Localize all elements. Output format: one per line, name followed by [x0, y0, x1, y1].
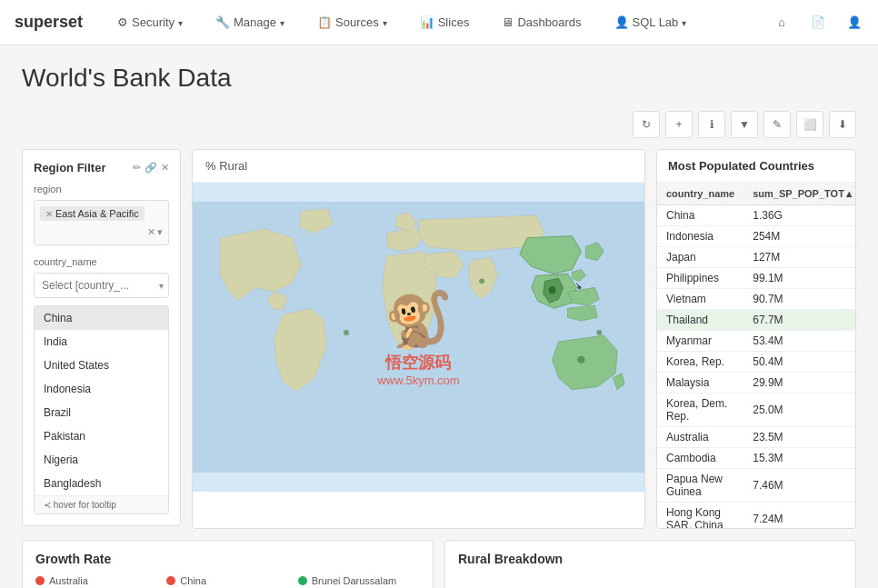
svg-point-2 [403, 344, 408, 349]
page-title: World's Bank Data [22, 64, 856, 93]
info-button[interactable]: ℹ [698, 111, 725, 138]
country-cell: Australia [657, 427, 743, 448]
tag-expand[interactable]: ✕ ▾ [147, 226, 163, 238]
pop-cell: 90.7M [743, 289, 855, 310]
map-content[interactable]: 🐒 悟空源码 www.5kym.com [193, 183, 644, 492]
filter-icons: ✏ 🔗 ✕ [133, 162, 169, 174]
country-cell: Korea, Rep. [657, 352, 743, 373]
filter-pencil-icon[interactable]: ✏ [133, 162, 141, 174]
user-icon[interactable]: 👤 [845, 14, 863, 32]
nav-slices[interactable]: 📊 Slices [413, 10, 477, 35]
table-row[interactable]: Japan 127M [657, 247, 855, 268]
svg-point-5 [596, 330, 602, 335]
world-map-svg [193, 183, 644, 492]
security-icon: ⚙ [117, 15, 128, 29]
table-row[interactable]: Malaysia 29.9M [657, 373, 855, 394]
edit2-button[interactable]: ⬜ [796, 111, 823, 138]
table-row[interactable]: Vietnam 90.7M [657, 289, 855, 310]
sqllab-icon: 👤 [614, 15, 629, 29]
map-panel: % Rural [192, 149, 645, 529]
filter-link-icon[interactable]: 🔗 [145, 162, 157, 174]
sources-icon: 📋 [317, 15, 332, 29]
main-layout: Region Filter ✏ 🔗 ✕ region ✕ East Asia &… [22, 149, 856, 529]
table-row[interactable]: China 1.36G [657, 205, 855, 226]
rural-breakdown-title: Rural Breakdown [458, 552, 843, 566]
sources-dropdown-icon [383, 15, 387, 29]
legend-label: Australia [49, 575, 88, 586]
filter-button[interactable]: ▼ [731, 111, 758, 138]
add-button[interactable]: + [665, 111, 693, 138]
nav-manage[interactable]: 🔧 Manage [208, 10, 292, 35]
country-cell: Korea, Dem. Rep. [657, 394, 743, 427]
nav-dashboards[interactable]: 🖥 Dashboards [494, 10, 588, 35]
github-icon[interactable]: ⌂ [773, 14, 791, 32]
edit-button[interactable]: ✎ [763, 111, 791, 138]
dropdown-item-india[interactable]: India [35, 330, 168, 354]
manage-icon: 🔧 [215, 15, 230, 29]
svg-point-1 [344, 330, 349, 335]
table-row[interactable]: Thailand 67.7M [657, 310, 855, 331]
navbar: superset ⚙ Security 🔧 Manage 📋 Sources 📊… [0, 0, 878, 45]
dropdown-item-brazil[interactable]: Brazil [35, 401, 168, 424]
dropdown-item-indonesia[interactable]: Indonesia [35, 377, 168, 401]
dropdown-item-china[interactable]: China [35, 306, 168, 330]
region-tag-container: ✕ East Asia & Pacific ✕ ▾ [34, 200, 169, 245]
table-scroll[interactable]: country_name sum_SP_POP_TOT▲ China 1.36G… [657, 183, 855, 528]
dropdown-item-bangladesh[interactable]: Bangladesh [35, 472, 168, 495]
manage-dropdown-icon [280, 15, 284, 29]
country-cell: Cambodia [657, 448, 743, 469]
tag-remove-icon[interactable]: ✕ [45, 209, 53, 219]
country-cell: Malaysia [657, 373, 743, 394]
table-row[interactable]: Korea, Rep. 50.4M [657, 352, 855, 373]
filter-title: Region Filter [34, 161, 105, 174]
legend-item: China [166, 575, 288, 586]
table-row[interactable]: Philippines 99.1M [657, 268, 855, 289]
docs-icon[interactable]: 📄 [809, 14, 827, 32]
table-row[interactable]: Papua New Guinea 7.46M [657, 469, 855, 503]
dropdown-item-nigeria[interactable]: Nigeria [35, 448, 168, 472]
pop-cell: 7.24M [743, 503, 855, 529]
filter-panel: Region Filter ✏ 🔗 ✕ region ✕ East Asia &… [22, 149, 181, 529]
country-cell: Vietnam [657, 289, 743, 310]
nav-sources[interactable]: 📋 Sources [310, 10, 394, 35]
table-row[interactable]: Myanmar 53.4M [657, 331, 855, 352]
growth-rate-legend: Australia China Brunei Darussalam Fiji C… [35, 575, 420, 588]
pop-cell: 53.4M [743, 331, 855, 352]
legend-dot [298, 576, 307, 585]
country-search-input[interactable] [34, 273, 169, 298]
app-brand[interactable]: superset [15, 13, 83, 32]
growth-rate-panel: Growth Rate Australia China Brunei Darus… [22, 540, 434, 588]
nav-sqllab[interactable]: 👤 SQL Lab [607, 10, 694, 35]
col-pop-header[interactable]: sum_SP_POP_TOT▲ [743, 183, 855, 205]
dropdown-item-us[interactable]: United States [35, 354, 168, 377]
legend-label: Brunei Darussalam [312, 575, 397, 586]
pop-cell: 15.3M [743, 448, 855, 469]
filter-box: Region Filter ✏ 🔗 ✕ region ✕ East Asia &… [22, 149, 181, 526]
table-row[interactable]: Australia 23.5M [657, 427, 855, 448]
nav-security[interactable]: ⚙ Security [110, 10, 190, 35]
legend-dot [166, 576, 175, 585]
refresh-button[interactable]: ↻ [633, 111, 660, 138]
filter-close-icon[interactable]: ✕ [161, 162, 169, 174]
table-row[interactable]: Korea, Dem. Rep. 25.0M [657, 394, 855, 427]
legend-dot [35, 576, 45, 585]
table-title: Most Populated Countries [657, 150, 855, 183]
filter-header: Region Filter ✏ 🔗 ✕ [34, 161, 169, 174]
region-label: region [34, 184, 169, 194]
legend-item: Australia [35, 575, 157, 586]
region-tag: ✕ East Asia & Pacific [40, 206, 145, 221]
map-header: % Rural [193, 150, 644, 183]
download-button[interactable]: ⬇ [829, 111, 856, 138]
rural-breakdown-panel: Rural Breakdown [444, 540, 856, 588]
table-row[interactable]: Indonesia 254M [657, 226, 855, 247]
pop-cell: 67.7M [743, 310, 855, 331]
pop-cell: 25.0M [743, 394, 855, 427]
dropdown-item-pakistan[interactable]: Pakistan [35, 424, 168, 448]
country-cell: Thailand [657, 310, 743, 331]
country-cell: Philippines [657, 268, 743, 289]
country-select-wrapper: ▾ [34, 273, 169, 298]
page-content: World's Bank Data ↻ + ℹ ▼ ✎ ⬜ ⬇ Region F… [0, 45, 878, 588]
col-country-header[interactable]: country_name [657, 183, 743, 205]
table-row[interactable]: Hong Kong SAR, China 7.24M [657, 503, 855, 529]
table-row[interactable]: Cambodia 15.3M [657, 448, 855, 469]
